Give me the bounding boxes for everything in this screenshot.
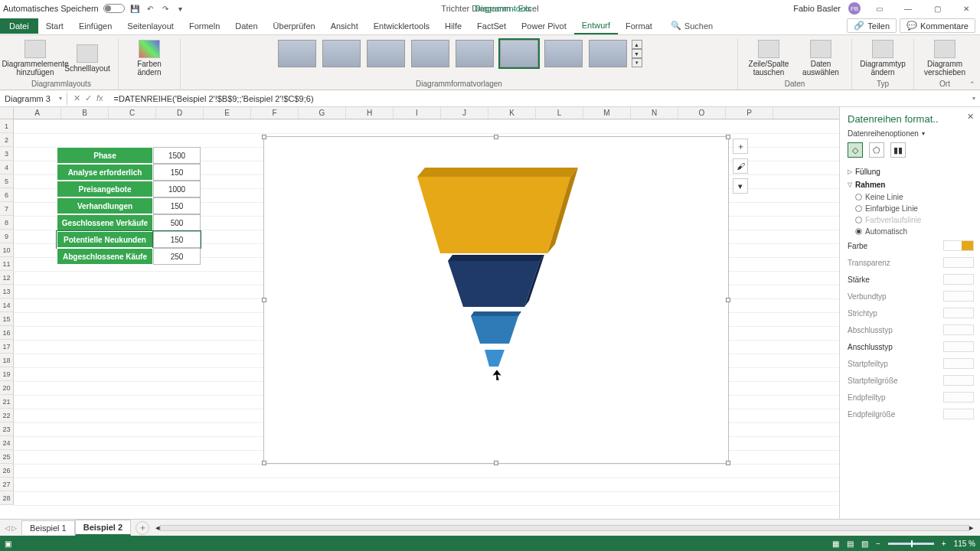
chart-handle-se[interactable] [726, 461, 730, 465]
tab-ueberpruefen[interactable]: Überprüfen [266, 18, 323, 34]
chart-style-5[interactable] [456, 40, 494, 67]
view-pagelayout-icon[interactable]: ▤ [847, 540, 854, 548]
comments-button[interactable]: 💬 Kommentare [900, 18, 975, 33]
change-colors-button[interactable]: Farben ändern [125, 38, 174, 77]
row-headers[interactable]: 1234567891011121314151617181920212223242… [0, 119, 14, 505]
user-avatar[interactable]: FB [848, 2, 861, 15]
tab-nav-last-icon[interactable]: ▷ [11, 524, 17, 532]
fx-icon[interactable]: fx [96, 93, 103, 103]
share-button[interactable]: 🔗 Teilen [847, 18, 897, 33]
tab-daten[interactable]: Daten [227, 18, 265, 34]
chart-handle-w[interactable] [262, 298, 266, 302]
chart-style-8[interactable] [589, 40, 627, 67]
horizontal-scrollbar[interactable]: ◂▸ [155, 524, 974, 532]
fill-line-tab-icon[interactable]: ◇ [848, 142, 863, 158]
save-icon[interactable]: 💾 [129, 3, 140, 14]
svg-marker-7 [471, 311, 521, 316]
record-macro-icon[interactable]: ▣ [5, 540, 11, 548]
tell-me-search[interactable]: 🔍 Suchen [671, 21, 713, 31]
switch-row-col-button[interactable]: Zeile/Spalte tauschen [744, 38, 793, 77]
chart-elements-button[interactable]: Diagrammelemente hinzufügen [11, 38, 60, 77]
tab-datei[interactable]: Datei [0, 18, 38, 34]
tab-format[interactable]: Format [618, 18, 660, 34]
series-options-tab-icon[interactable]: ▮▮ [890, 142, 906, 158]
border-section[interactable]: ▽Rahmen [848, 178, 974, 191]
border-join-prop[interactable]: Anschlusstyp [848, 338, 974, 355]
tab-entwurf[interactable]: Entwurf [574, 18, 618, 34]
border-width-prop[interactable]: Stärke [848, 271, 974, 288]
border-solid-option[interactable]: Einfarbige Linie [855, 203, 974, 214]
add-sheet-icon[interactable]: ＋ [136, 521, 149, 535]
fill-section[interactable]: ▷Füllung [848, 165, 974, 178]
chart-style-3[interactable] [367, 40, 405, 67]
quick-layout-button[interactable]: Schnelllayout [63, 43, 112, 73]
view-pagebreak-icon[interactable]: ▧ [861, 540, 868, 548]
tab-formeln[interactable]: Formeln [181, 18, 227, 34]
chart-style-4[interactable] [411, 40, 449, 67]
tab-ansicht[interactable]: Ansicht [323, 18, 366, 34]
group-styles-label: Diagrammformatvorlagen [416, 80, 502, 90]
tab-start[interactable]: Start [38, 18, 71, 34]
svg-marker-1 [417, 168, 578, 177]
chart-style-2[interactable] [322, 40, 361, 67]
tab-einfuegen[interactable]: Einfügen [71, 18, 119, 34]
funnel-chart-svg[interactable] [387, 146, 601, 383]
tab-powerpivot[interactable]: Power Pivot [514, 18, 574, 34]
column-headers[interactable]: ABCDEFGHIJKLMNOP [14, 107, 972, 119]
undo-icon[interactable]: ↶ [145, 3, 155, 14]
chart-object[interactable]: ＋ 🖌 ▾ [263, 136, 729, 464]
effects-tab-icon[interactable]: ⬠ [869, 142, 884, 158]
border-end-arrow-prop: Endpfeiltyp [848, 389, 974, 406]
formula-input[interactable]: =DATENREIHE('Beispiel 2'!$B$9;;'Beispiel… [109, 93, 968, 105]
tab-nav-first-icon[interactable]: ◁ [5, 524, 10, 532]
select-data-button[interactable]: Daten auswählen [796, 38, 845, 77]
collapse-ribbon-icon[interactable]: ⌃ [969, 80, 975, 88]
chart-style-6[interactable] [500, 40, 538, 67]
qat-more-icon[interactable]: ▾ [175, 3, 186, 14]
chart-handle-nw[interactable] [262, 135, 266, 139]
move-chart-button[interactable]: Diagramm verschieben [920, 38, 969, 77]
pane-close-icon[interactable]: ✕ [967, 112, 974, 122]
zoom-out-icon[interactable]: − [876, 540, 880, 548]
redo-icon[interactable]: ↷ [160, 3, 171, 14]
zoom-level[interactable]: 115 % [954, 540, 975, 548]
maximize-icon[interactable]: ▢ [926, 2, 948, 15]
chart-style-1[interactable] [278, 40, 316, 67]
chart-style-7[interactable] [544, 40, 583, 67]
data-table[interactable]: Phase1500Analyse erforderlich150Preisang… [57, 147, 201, 265]
confirm-formula-icon[interactable]: ✓ [85, 93, 92, 103]
chart-styles-brush-icon[interactable]: 🖌 [733, 158, 748, 174]
pane-subtitle[interactable]: Datenreihenoptionen ▾ [848, 129, 974, 138]
chart-handle-ne[interactable] [726, 135, 730, 139]
close-icon[interactable]: ✕ [956, 2, 977, 15]
tab-hilfe[interactable]: Hilfe [437, 18, 469, 34]
sheet-tab-1[interactable]: Beispiel 1 [21, 520, 75, 535]
border-none-option[interactable]: Keine Linie [855, 191, 974, 203]
chart-elements-plus-icon[interactable]: ＋ [733, 139, 748, 154]
tab-entwicklertools[interactable]: Entwicklertools [366, 18, 437, 34]
chart-handle-sw[interactable] [262, 461, 266, 465]
tab-factset[interactable]: FactSet [469, 18, 514, 34]
chart-handle-e[interactable] [726, 298, 730, 302]
ribbon-display-icon[interactable]: ▭ [868, 2, 890, 15]
zoom-slider[interactable] [888, 543, 934, 545]
autosave-toggle[interactable] [103, 4, 125, 13]
expand-formula-icon[interactable]: ▾ [968, 95, 980, 102]
style-gallery-scroll[interactable]: ▲▼▾ [632, 40, 642, 67]
chart-filter-icon[interactable]: ▾ [733, 178, 748, 194]
chart-handle-n[interactable] [494, 135, 498, 139]
border-color-prop[interactable]: Farbe [848, 237, 974, 254]
border-auto-option[interactable]: Automatisch [855, 226, 974, 237]
cancel-formula-icon[interactable]: ✕ [74, 93, 80, 103]
change-chart-type-button[interactable]: Diagrammtyp ändern [858, 38, 907, 77]
name-box[interactable]: Diagramm 3▾ [0, 93, 67, 105]
tab-seitenlayout[interactable]: Seitenlayout [119, 18, 181, 34]
worksheet[interactable]: ABCDEFGHIJKLMNOP 12345678910111213141516… [0, 107, 980, 507]
view-normal-icon[interactable]: ▦ [832, 540, 839, 548]
select-all-corner[interactable] [0, 107, 14, 119]
minimize-icon[interactable]: — [897, 2, 919, 15]
zoom-in-icon[interactable]: + [942, 540, 946, 548]
svg-marker-3 [448, 261, 540, 307]
chart-handle-s[interactable] [494, 461, 498, 465]
sheet-tab-2[interactable]: Beispiel 2 [75, 520, 131, 536]
